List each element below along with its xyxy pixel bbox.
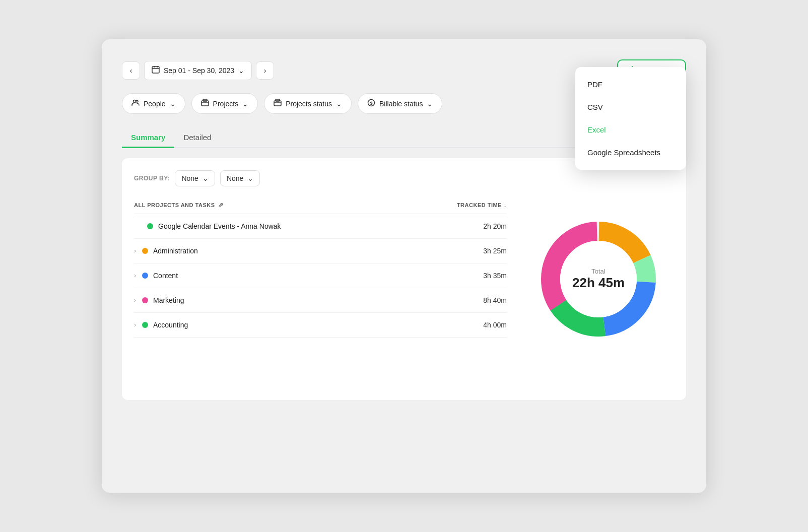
row-left: › Accounting [134,321,188,329]
filter-billable-status-label: Billable status [379,100,423,108]
group-select-2[interactable]: None ⌄ [220,170,260,186]
filter-projects[interactable]: Projects ⌄ [191,93,258,114]
expand-icon[interactable]: › [134,272,136,279]
group-select-1-chevron: ⌄ [203,174,209,182]
projects-status-icon [274,99,282,108]
expand-icon[interactable]: › [134,247,136,254]
expand-icon[interactable]: › [134,321,136,328]
group-by-label: GROUP BY: [134,175,170,182]
row-color-dot [142,248,148,254]
filter-projects-status-label: Projects status [286,100,332,108]
dropdown-arrow-icon: ⌄ [238,66,244,75]
row-label: Google Calendar Events - Anna Nowak [158,222,281,230]
row-time: 4h 00m [483,321,507,329]
row-time: 8h 40m [483,296,507,304]
date-range-label: Sep 01 - Sep 30, 2023 [164,66,234,75]
table-row[interactable]: › Marketing 8h 40m [134,288,507,313]
row-left: › Content [134,272,178,280]
table-row[interactable]: › Administration 3h 25m [134,239,507,263]
row-color-dot [142,297,148,303]
projects-icon [201,99,209,108]
row-label: Accounting [153,321,188,329]
app-container: ‹ Sep 01 - Sep 30, 2023 ⌄ › Export ⌃ [102,39,706,493]
svg-point-5 [136,100,138,102]
table-row[interactable]: › Content 3h 35m [134,263,507,288]
tab-detailed[interactable]: Detailed [174,128,220,148]
svg-rect-7 [203,99,207,101]
row-left: › Marketing [134,296,184,304]
donut-total-label: Total [572,268,625,275]
expand-icon[interactable]: › [134,297,136,304]
donut-total-value: 22h 45m [572,275,625,291]
filter-projects-status[interactable]: Projects status ⌄ [264,93,352,114]
donut-center: Total 22h 45m [572,268,625,291]
next-date-button[interactable]: › [256,61,274,80]
donut-chart: Total 22h 45m [533,214,664,345]
prev-date-button[interactable]: ‹ [122,61,140,80]
row-color-dot [142,322,148,328]
filter-people[interactable]: People ⌄ [122,93,185,114]
svg-rect-0 [152,66,159,73]
row-color-dot [142,273,148,279]
row-time: 3h 25m [483,247,507,255]
row-time: 3h 35m [483,272,507,280]
row-label: Administration [153,247,198,255]
table-row[interactable]: Google Calendar Events - Anna Nowak 2h 2… [134,214,507,239]
export-option-google-spreadsheets[interactable]: Google Spreadsheets [575,141,686,164]
svg-point-4 [133,100,136,103]
chevron-left-icon: ‹ [130,66,132,75]
projects-status-chevron-icon: ⌄ [336,100,342,108]
group-select-2-value: None [227,174,243,182]
billable-status-chevron-icon: ⌄ [427,100,433,108]
calendar-icon [152,65,160,76]
filter-billable-status[interactable]: $ Billable status ⌄ [358,93,442,114]
people-chevron-icon: ⌄ [170,100,176,108]
export-dropdown: PDFCSVExcelGoogle Spreadsheets [575,67,686,170]
billable-status-icon: $ [367,99,375,108]
projects-chevron-icon: ⌄ [242,100,248,108]
chart-section: Total 22h 45m [523,170,674,388]
row-left: Google Calendar Events - Anna Nowak [134,222,281,230]
table-rows-container: Google Calendar Events - Anna Nowak 2h 2… [134,214,507,338]
table-header: ALL PROJECTS AND TASKS ⇗ TRACKED TIME ↓ [134,196,507,214]
filter-people-label: People [144,100,166,108]
group-select-2-chevron: ⌄ [247,174,253,182]
col-time-header: TRACKED TIME ↓ [457,202,507,209]
row-label: Content [153,272,178,280]
row-time: 2h 20m [483,222,507,230]
row-color-dot [147,223,153,229]
content-area: GROUP BY: None ⌄ None ⌄ ALL PROJECTS AND… [122,158,686,400]
group-select-1-value: None [181,174,198,182]
people-icon [131,99,140,108]
tab-summary[interactable]: Summary [122,128,174,148]
svg-rect-9 [276,99,280,101]
chevron-right-icon: › [264,66,266,75]
date-range-button[interactable]: Sep 01 - Sep 30, 2023 ⌄ [144,61,252,80]
group-select-1[interactable]: None ⌄ [175,170,215,186]
table-section: GROUP BY: None ⌄ None ⌄ ALL PROJECTS AND… [134,170,507,388]
expand-collapse-icon: ⇗ [218,202,224,209]
export-menu-items: PDFCSVExcelGoogle Spreadsheets [575,73,686,164]
export-option-pdf[interactable]: PDF [575,73,686,96]
sort-icon: ↓ [504,202,507,208]
export-option-csv[interactable]: CSV [575,96,686,118]
row-label: Marketing [153,296,184,304]
table-row[interactable]: › Accounting 4h 00m [134,313,507,338]
row-left: › Administration [134,247,198,255]
svg-text:$: $ [370,101,372,106]
group-by-row: GROUP BY: None ⌄ None ⌄ [134,170,507,186]
export-option-excel[interactable]: Excel [575,118,686,141]
date-nav: ‹ Sep 01 - Sep 30, 2023 ⌄ › [122,61,274,80]
col-projects-header: ALL PROJECTS AND TASKS ⇗ [134,202,223,209]
filter-projects-label: Projects [213,100,239,108]
